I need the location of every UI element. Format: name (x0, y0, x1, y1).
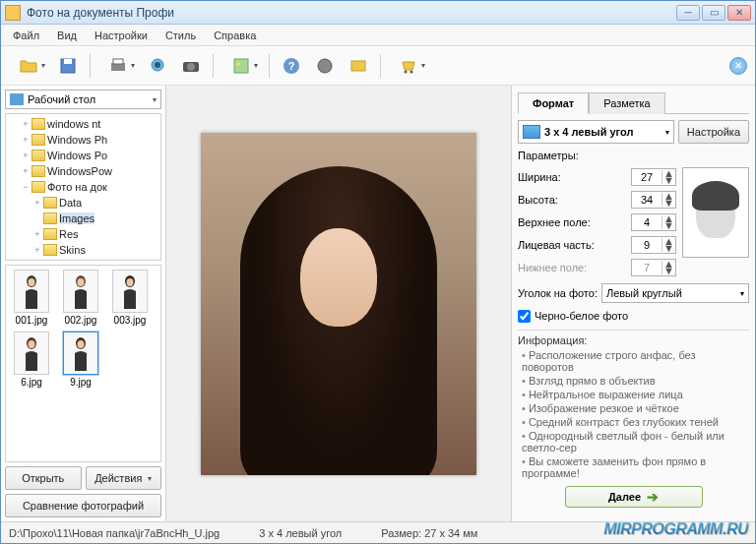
folder-combo[interactable]: Рабочий стол ▾ (5, 90, 161, 109)
bw-checkbox-row[interactable]: Черно-белое фото (518, 309, 749, 324)
media-button[interactable] (345, 52, 372, 80)
tree-item[interactable]: +Res (8, 226, 158, 242)
menu-help[interactable]: Справка (206, 27, 264, 44)
main-photo[interactable] (201, 133, 476, 475)
face-label: Лицевая часть: (518, 239, 631, 251)
tree-item[interactable]: +WindowsPow (8, 163, 158, 179)
tree-item[interactable]: +windows nt (8, 116, 158, 132)
width-spinner[interactable]: 27▲▼ (631, 168, 676, 186)
menu-style[interactable]: Стиль (158, 27, 204, 44)
svg-point-19 (78, 278, 85, 286)
tree-item[interactable]: +Templates (8, 258, 158, 261)
format-settings-button[interactable]: Настройка (678, 120, 749, 144)
top-spinner[interactable]: 4▲▼ (631, 213, 676, 231)
actions-button[interactable]: Действия (86, 466, 162, 490)
width-label: Ширина: (518, 171, 631, 183)
format-icon (523, 125, 540, 139)
right-panel: Формат Разметка 3 x 4 левый угол ▾ Настр… (511, 86, 755, 521)
info-item: Вы сможете заменить фон прямо в программ… (522, 454, 749, 480)
app-icon (5, 5, 21, 21)
toolbar: ? ✕ (1, 46, 755, 86)
cart-button[interactable] (389, 52, 428, 80)
svg-point-7 (187, 63, 195, 71)
format-select[interactable]: 3 x 4 левый угол ▾ (518, 120, 674, 144)
menu-file[interactable]: Файл (5, 27, 47, 44)
thumbnail[interactable]: 002.jpg (59, 270, 102, 326)
tree-item[interactable]: +Skins (8, 242, 158, 258)
window-title: Фото на документы Профи (27, 6, 676, 20)
webcam-button[interactable] (144, 52, 171, 80)
statusbar: D:\Прохо\11\Новая папка\jr7aBncHh_U.jpg … (1, 521, 755, 543)
info-item: Нейтральное выражение лица (522, 388, 749, 401)
minimize-button[interactable]: ─ (676, 5, 700, 21)
status-format: 3 x 4 левый угол (259, 527, 342, 539)
thumbnail[interactable]: 6.jpg (10, 332, 53, 388)
svg-rect-3 (113, 59, 123, 64)
status-size: Размер: 27 x 34 мм (381, 527, 477, 539)
bw-checkbox[interactable] (518, 310, 531, 323)
folder-tree[interactable]: +windows nt+Windows Ph+Windows Po+Window… (5, 113, 161, 261)
open-button[interactable]: Открыть (5, 466, 82, 490)
print-button[interactable] (98, 52, 138, 80)
height-label: Высота: (518, 194, 631, 206)
save-button[interactable] (54, 52, 82, 80)
info-item: Однородный светлый фон - белый или светл… (522, 429, 749, 454)
close-button[interactable]: ✕ (727, 5, 751, 21)
globe-button[interactable] (311, 52, 339, 80)
svg-text:?: ? (288, 60, 295, 72)
info-item: Расположение строго анфас, без поворотов (522, 348, 749, 374)
desktop-icon (10, 93, 24, 105)
maximize-button[interactable]: ▭ (702, 5, 725, 21)
svg-rect-1 (64, 59, 72, 64)
svg-point-12 (318, 59, 332, 73)
tree-item[interactable]: +Data (8, 195, 158, 211)
corner-label: Уголок на фото: (518, 287, 598, 299)
status-path: D:\Прохо\11\Новая папка\jr7aBncHh_U.jpg (9, 527, 220, 539)
next-button[interactable]: Далее➔ (565, 486, 703, 508)
svg-point-17 (29, 278, 35, 286)
svg-point-9 (236, 62, 240, 66)
thumbnail[interactable]: 003.jpg (108, 270, 152, 326)
params-title: Параметры: (518, 150, 749, 161)
image-viewport (166, 86, 511, 521)
tree-item[interactable]: +Windows Ph (8, 132, 158, 148)
tab-markup[interactable]: Разметка (589, 92, 665, 114)
camera-button[interactable] (177, 52, 205, 80)
help-button[interactable]: ? (278, 52, 305, 80)
info-block: Информация: Расположение строго анфас, б… (518, 330, 749, 480)
info-item: Изображение резкое и чёткое (522, 401, 749, 415)
svg-point-14 (405, 70, 408, 73)
info-item: Взгляд прямо в объектив (522, 374, 749, 388)
corner-select[interactable]: Левый круглый▾ (601, 283, 749, 303)
chevron-down-icon: ▾ (665, 128, 669, 137)
face-spinner[interactable]: 9▲▼ (631, 236, 676, 254)
chevron-down-icon: ▾ (153, 95, 157, 104)
menubar: Файл Вид Настройки Стиль Справка (1, 25, 755, 46)
titlebar: Фото на документы Профи ─ ▭ ✕ (1, 1, 755, 25)
svg-point-23 (29, 340, 35, 348)
bottom-spinner: 7▲▼ (631, 259, 676, 276)
svg-point-25 (78, 340, 85, 348)
bottom-margin-label: Нижнее поле: (518, 262, 631, 273)
svg-point-21 (127, 278, 134, 286)
info-item: Средний контраст без глубоких теней (522, 415, 749, 429)
thumbnail-list[interactable]: 001.jpg002.jpg003.jpg6.jpg9.jpg (5, 265, 161, 462)
svg-rect-13 (351, 61, 365, 71)
panel-close-icon[interactable]: ✕ (729, 57, 747, 75)
menu-settings[interactable]: Настройки (87, 27, 156, 44)
thumbnail[interactable]: 001.jpg (10, 270, 53, 326)
tree-item[interactable]: Images (8, 211, 158, 226)
svg-rect-8 (234, 59, 248, 73)
compare-button[interactable]: Сравнение фотографий (5, 494, 161, 517)
tab-format[interactable]: Формат (518, 92, 589, 114)
height-spinner[interactable]: 34▲▼ (631, 191, 676, 209)
arrow-right-icon: ➔ (647, 489, 659, 505)
tree-item[interactable]: +Windows Po (8, 148, 158, 163)
menu-view[interactable]: Вид (49, 27, 85, 44)
top-margin-label: Верхнее поле: (518, 216, 631, 228)
open-folder-button[interactable] (9, 52, 48, 80)
left-panel: Рабочий стол ▾ +windows nt+Windows Ph+Wi… (1, 86, 166, 521)
thumbnail[interactable]: 9.jpg (59, 332, 102, 388)
edit-image-button[interactable] (221, 52, 261, 80)
tree-item[interactable]: −Фото на док (8, 179, 158, 195)
